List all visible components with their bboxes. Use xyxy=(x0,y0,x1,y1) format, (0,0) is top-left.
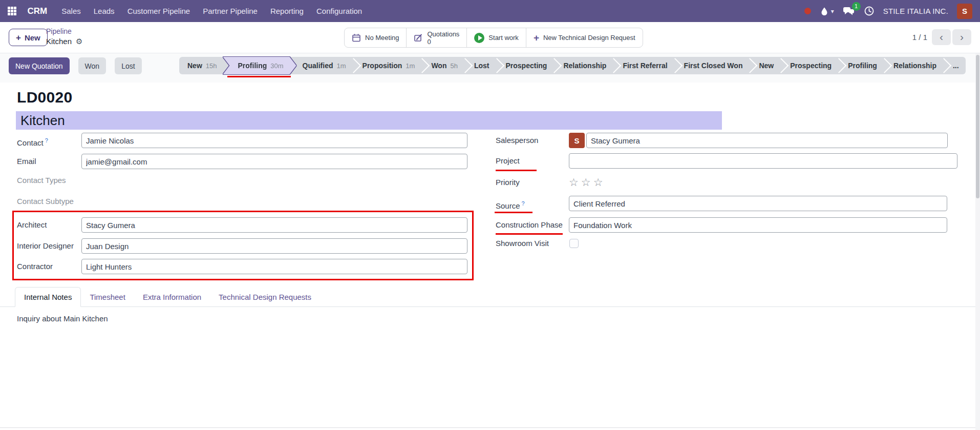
user-avatar[interactable]: S xyxy=(957,4,972,19)
new-quotation-button[interactable]: New Quotation xyxy=(9,57,70,74)
no-meeting-label: No Meeting xyxy=(365,34,399,42)
annotation-underline-stage xyxy=(227,76,291,77)
new-technical-design-request-label: New Technical Design Request xyxy=(543,34,635,42)
edit-note-icon xyxy=(414,33,423,43)
tab-technical-design-requests[interactable]: Technical Design Requests xyxy=(210,287,320,306)
menu-sales[interactable]: Sales xyxy=(61,7,81,15)
quotations-count: 0 xyxy=(427,38,459,46)
droplet-icon xyxy=(820,7,829,16)
tab-extra-information[interactable]: Extra Information xyxy=(134,287,210,306)
stage-proposition[interactable]: Proposition1m xyxy=(354,57,423,74)
statusbar-band: New Quotation Won Lost New15h Profiling3… xyxy=(0,53,980,83)
app-name[interactable]: CRM xyxy=(28,6,48,16)
priority-label: Priority xyxy=(496,175,520,190)
caret-down-icon: ▾ xyxy=(831,8,834,15)
messages-menu[interactable]: 1 xyxy=(843,6,855,16)
interior-designer-input[interactable] xyxy=(81,238,467,254)
stage-prospecting-2[interactable]: Prospecting xyxy=(782,57,840,74)
record-title-field[interactable]: Kitchen xyxy=(16,111,722,130)
salesperson-label: Salesperson xyxy=(496,133,538,148)
priority-stars[interactable]: ☆ ☆ ☆ xyxy=(569,177,603,188)
showroom-visit-checkbox[interactable] xyxy=(569,239,579,248)
scrollbar-thumb[interactable] xyxy=(976,55,979,198)
salesperson-avatar: S xyxy=(569,133,585,148)
gear-icon[interactable]: ⚙ xyxy=(76,36,82,47)
pager-next-button[interactable]: › xyxy=(952,29,971,45)
tab-internal-notes[interactable]: Internal Notes xyxy=(15,287,81,307)
lost-button[interactable]: Lost xyxy=(115,57,141,74)
menu-customer-pipeline[interactable]: Customer Pipeline xyxy=(127,7,190,15)
source-help-icon[interactable]: ? xyxy=(522,200,525,207)
construction-phase-input[interactable] xyxy=(569,217,947,233)
apps-grid-icon[interactable] xyxy=(8,7,16,15)
pager-previous-button[interactable]: ‹ xyxy=(932,29,951,45)
annotation-underline-construction-phase xyxy=(496,233,563,235)
action-button-group: No Meeting Quotations 0 Start work + xyxy=(344,28,643,48)
interior-designer-label: Interior Designer xyxy=(17,238,74,254)
plus-icon: + xyxy=(534,33,539,43)
new-record-button[interactable]: + New xyxy=(9,29,48,46)
new-technical-design-request-button[interactable]: + New Technical Design Request xyxy=(526,28,643,47)
won-button[interactable]: Won xyxy=(78,57,106,74)
notebook-tabs: Internal Notes Timesheet Extra Informati… xyxy=(0,287,975,307)
internal-notes-content[interactable]: Inquiry about Main Kitchen xyxy=(17,314,955,391)
star-icon[interactable]: ☆ xyxy=(569,177,579,188)
star-icon[interactable]: ☆ xyxy=(593,177,603,188)
pager-value: 1 / 1 xyxy=(912,33,927,42)
email-label: Email xyxy=(17,154,36,169)
top-navbar: CRM Sales Leads Customer Pipeline Partne… xyxy=(0,0,980,22)
stage-new[interactable]: New15h xyxy=(179,57,225,74)
tab-timesheet[interactable]: Timesheet xyxy=(81,287,134,306)
activities-menu[interactable] xyxy=(864,6,875,16)
contact-types-label: Contact Types xyxy=(17,173,66,188)
source-label: Source? xyxy=(496,196,525,214)
stage-first-referral[interactable]: First Referral xyxy=(614,57,675,74)
menu-leads[interactable]: Leads xyxy=(94,7,115,15)
breadcrumb-pipeline-link[interactable]: Pipeline xyxy=(46,27,83,36)
architect-input[interactable] xyxy=(81,217,467,233)
plus-icon: + xyxy=(16,33,21,42)
vertical-scrollbar[interactable] xyxy=(975,53,980,430)
salesperson-input[interactable] xyxy=(586,133,948,148)
record-reference: LD0020 xyxy=(17,89,73,106)
start-work-label: Start work xyxy=(488,34,519,42)
stage-relationship-2[interactable]: Relationship xyxy=(885,57,945,74)
project-label: Project xyxy=(496,153,520,169)
new-button-label: New xyxy=(25,33,40,42)
contractor-label: Contractor xyxy=(17,259,53,274)
stage-first-closed-won[interactable]: First Closed Won xyxy=(676,57,751,74)
contact-input[interactable] xyxy=(81,133,467,148)
annotation-underline-project xyxy=(496,170,537,171)
message-count-badge: 1 xyxy=(852,2,861,11)
stage-profiling-current[interactable]: Profiling30m xyxy=(223,57,296,74)
pager: 1 / 1 ‹ › xyxy=(912,29,971,45)
contact-subtype-label: Contact Subtype xyxy=(17,194,74,209)
stage-qualified[interactable]: Qualified1m xyxy=(294,57,354,74)
showroom-visit-label: Showroom Visit xyxy=(496,236,549,251)
project-input[interactable] xyxy=(569,153,957,169)
contractor-input[interactable] xyxy=(81,259,467,274)
source-input[interactable] xyxy=(569,196,947,211)
star-icon[interactable]: ☆ xyxy=(581,177,591,188)
quotations-label: Quotations xyxy=(427,30,459,38)
stage-profiling-2[interactable]: Profiling xyxy=(840,57,885,74)
droplet-menu[interactable]: ▾ xyxy=(820,7,834,16)
stage-relationship[interactable]: Relationship xyxy=(555,57,614,74)
crm-lead-form-page: CRM Sales Leads Customer Pipeline Partne… xyxy=(0,0,980,430)
email-input[interactable] xyxy=(81,154,467,169)
sheet-bottom-border xyxy=(0,427,975,428)
menu-reporting[interactable]: Reporting xyxy=(270,7,304,15)
breadcrumb: Pipeline Kitchen ⚙ xyxy=(46,27,83,47)
start-work-button[interactable]: Start work xyxy=(467,28,526,47)
architect-label: Architect xyxy=(17,217,47,233)
menu-configuration[interactable]: Configuration xyxy=(316,7,362,15)
contact-label: Contact? xyxy=(17,133,48,151)
stage-prospecting[interactable]: Prospecting xyxy=(498,57,556,74)
menu-partner-pipeline[interactable]: Partner Pipeline xyxy=(203,7,258,15)
no-meeting-button[interactable]: No Meeting xyxy=(345,28,407,47)
breadcrumb-current-record: Kitchen xyxy=(46,36,72,47)
company-name[interactable]: STILE ITALIA INC. xyxy=(883,7,948,15)
form-sheet: LD0020 Kitchen Contact? Email Contact Ty… xyxy=(0,83,975,430)
contact-help-icon[interactable]: ? xyxy=(45,137,48,144)
quotations-button[interactable]: Quotations 0 xyxy=(407,28,467,47)
